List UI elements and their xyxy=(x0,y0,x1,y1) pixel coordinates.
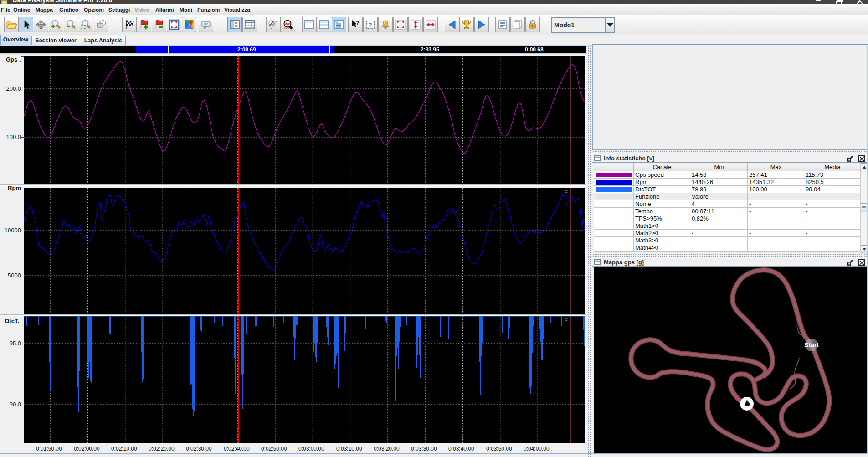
svg-text:Start: Start xyxy=(804,341,819,349)
svg-text:?: ? xyxy=(369,21,372,28)
svg-text:F: F xyxy=(564,189,568,196)
svg-text:FFT: FFT xyxy=(284,26,290,30)
svg-text:?: ? xyxy=(356,20,360,26)
svg-text:F: F xyxy=(564,56,568,63)
svg-text:F: F xyxy=(564,317,568,324)
